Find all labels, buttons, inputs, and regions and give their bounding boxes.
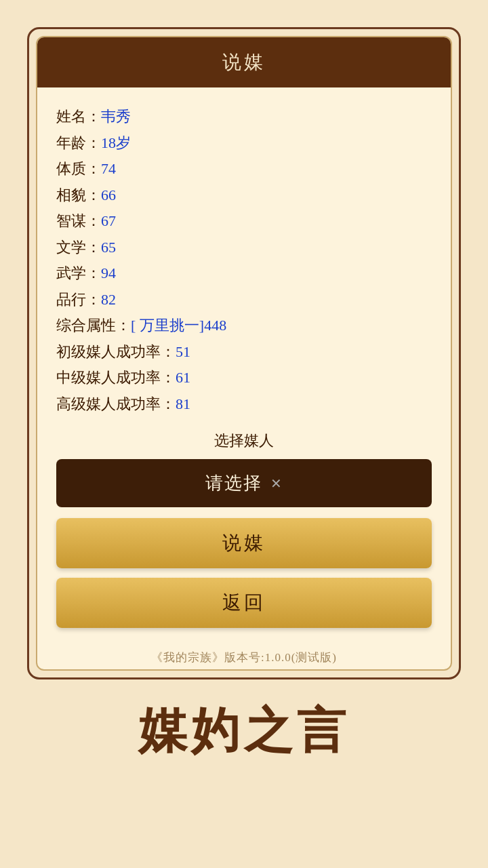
high-rate-value: 81 (176, 395, 190, 412)
name-value: 韦秀 (101, 108, 131, 125)
basic-rate-label: 初级媒人成功率： (56, 343, 176, 360)
dialog-title: 说媒 (37, 37, 451, 87)
composite-value: 448 (204, 317, 226, 334)
mid-rate-label: 中级媒人成功率： (56, 369, 176, 386)
mid-rate-value: 61 (176, 369, 190, 386)
conduct-label: 品行： (56, 291, 101, 308)
high-rate-label: 高级媒人成功率： (56, 395, 176, 412)
matchmaker-button[interactable]: 说媒 (56, 518, 432, 568)
appearance-label: 相貌： (56, 186, 101, 203)
basic-rate-row: 初级媒人成功率：51 (56, 339, 432, 366)
name-label: 姓名： (56, 108, 101, 125)
basic-rate-value: 51 (176, 343, 190, 360)
constitution-row: 体质：74 (56, 156, 432, 182)
appearance-row: 相貌：66 (56, 182, 432, 209)
character-info: 姓名：韦秀 年龄：18岁 体质：74 相貌：66 智谋：67 文学：65 (56, 104, 432, 417)
mid-rate-row: 中级媒人成功率：61 (56, 365, 432, 391)
constitution-value: 74 (101, 160, 116, 177)
select-matchmaker-label: 选择媒人 (56, 431, 432, 451)
composite-tag: [ 万里挑一] (131, 317, 204, 334)
literature-label: 文学： (56, 239, 101, 256)
martial-row: 武学：94 (56, 260, 432, 287)
literature-value: 65 (101, 239, 116, 256)
intelligence-value: 67 (101, 212, 116, 229)
composite-label: 综合属性： (56, 317, 131, 334)
age-value: 18岁 (101, 134, 131, 151)
martial-label: 武学： (56, 264, 101, 281)
literature-row: 文学：65 (56, 235, 432, 261)
intelligence-row: 智谋：67 (56, 208, 432, 235)
chevron-down-icon: ✕ (270, 475, 283, 492)
bottom-title: 媒妁之言 (138, 698, 350, 764)
matchmaker-dropdown[interactable]: 请选择 ✕ (56, 459, 432, 507)
back-button[interactable]: 返回 (56, 578, 432, 628)
conduct-value: 82 (101, 291, 116, 308)
age-row: 年龄：18岁 (56, 130, 432, 157)
high-rate-row: 高级媒人成功率：81 (56, 391, 432, 418)
composite-row: 综合属性：[ 万里挑一]448 (56, 313, 432, 339)
version-text: 《我的宗族》版本号:1.0.0(测试版) (37, 642, 451, 669)
martial-value: 94 (101, 264, 116, 281)
constitution-label: 体质： (56, 160, 101, 177)
appearance-value: 66 (101, 186, 116, 203)
age-label: 年龄： (56, 134, 101, 151)
dropdown-text: 请选择 (205, 471, 262, 495)
name-row: 姓名：韦秀 (56, 104, 432, 130)
intelligence-label: 智谋： (56, 212, 101, 229)
conduct-row: 品行：82 (56, 287, 432, 313)
